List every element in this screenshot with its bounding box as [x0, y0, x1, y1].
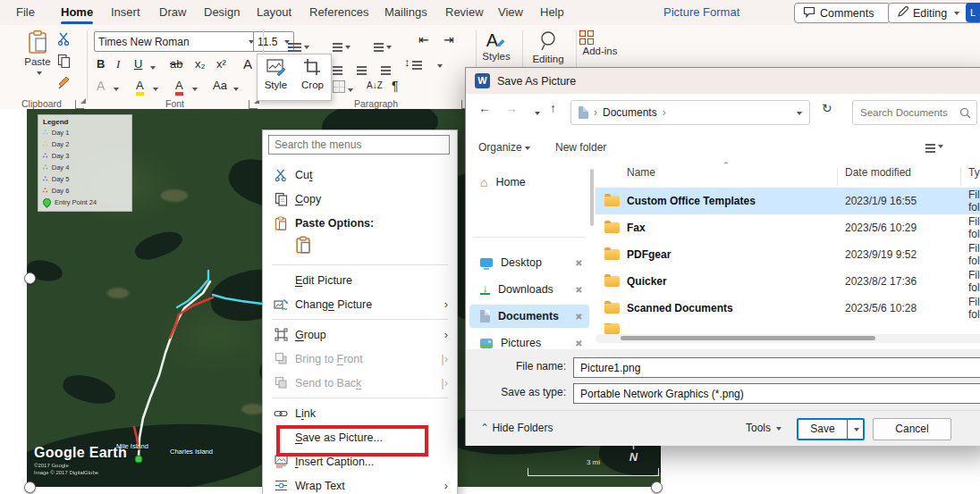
cut-button[interactable] [57, 32, 71, 49]
save-split-dropdown[interactable] [847, 420, 863, 439]
italic-button[interactable]: I [116, 57, 120, 71]
bold-button[interactable]: B [97, 57, 105, 71]
bullets-button[interactable] [291, 38, 309, 54]
view-options-button[interactable] [925, 139, 943, 152]
text-highlight-button[interactable]: A [136, 79, 144, 96]
tab-file[interactable]: File [11, 0, 40, 25]
change-case-button[interactable]: Aa [213, 79, 227, 92]
underline-button[interactable]: U [134, 57, 142, 71]
picture-style-button[interactable]: Style [258, 54, 294, 100]
menu-item-group[interactable]: Group › [263, 322, 457, 347]
menu-item-link[interactable]: Link [263, 401, 457, 425]
column-name[interactable]: Name [627, 166, 655, 179]
horizontal-scrollbar[interactable] [596, 334, 980, 343]
tab-mailings[interactable]: Mailings [379, 0, 433, 25]
underline-chevron-icon[interactable] [150, 66, 156, 72]
multilevel-list-button[interactable] [374, 38, 392, 54]
share-button-partial[interactable]: L [966, 3, 980, 22]
up-icon[interactable]: ↑ [550, 101, 556, 115]
menu-item-wrap-text[interactable]: Wrap Text › [263, 473, 457, 494]
tab-design[interactable]: Design [199, 0, 245, 25]
address-bar[interactable]: › Documents › [570, 100, 810, 125]
file-row[interactable]: Scanned Documents 2023/5/6 10:28 File fo… [596, 295, 980, 322]
tools-button[interactable]: Tools [746, 422, 781, 434]
strikethrough-button[interactable]: ab [170, 57, 182, 71]
column-date-modified[interactable]: Date modified [845, 166, 911, 179]
decrease-indent-button[interactable]: ⇤ [418, 32, 429, 46]
forward-icon[interactable]: → [505, 101, 518, 115]
menu-search-input[interactable] [268, 135, 450, 155]
tab-help[interactable]: Help [535, 0, 570, 25]
cancel-button[interactable]: Cancel [873, 418, 951, 440]
hide-folders-button[interactable]: ⌃ Hide Folders [480, 422, 553, 434]
text-effects-button[interactable]: A [243, 56, 252, 71]
tab-references[interactable]: References [304, 0, 374, 25]
sort-button[interactable]: A↓Z [367, 80, 383, 90]
copy-button[interactable] [57, 54, 71, 71]
clipboard-dialog-launcher-icon[interactable] [75, 100, 84, 109]
history-chevron-icon[interactable] [535, 112, 540, 118]
crop-button[interactable]: Crop [294, 54, 331, 100]
line-spacing-button[interactable]: ↕ [404, 55, 422, 69]
menu-item-change-picture[interactable]: Change Picture › [263, 292, 457, 316]
file-row-partial[interactable] [596, 323, 980, 334]
font-color-button[interactable]: A [175, 79, 183, 96]
file-row[interactable]: PDFgear 2023/9/19 9:52 File folder [596, 241, 980, 268]
file-name-section: File name: Save as type: [466, 349, 980, 410]
new-folder-button[interactable]: New folder [555, 141, 606, 154]
save-as-type-select[interactable] [573, 383, 980, 404]
comments-button[interactable]: Comments [794, 3, 891, 23]
sidebar-item-downloads[interactable]: ↓ Downloads ✚ [469, 278, 589, 301]
back-icon[interactable]: ← [478, 101, 491, 115]
tab-picture-format[interactable]: Picture Format [658, 0, 745, 25]
tab-view[interactable]: View [493, 0, 528, 25]
menu-item-edit-picture[interactable]: Edit Picture [263, 268, 457, 292]
phonetic-guide-button[interactable]: A [97, 79, 105, 93]
menu-item-copy[interactable]: Copy [263, 187, 457, 211]
align-right-button[interactable] [381, 61, 391, 77]
align-left-button[interactable] [333, 61, 342, 77]
file-name-input[interactable] [573, 357, 980, 378]
tab-review[interactable]: Review [440, 0, 489, 25]
dialog-title-bar[interactable]: W Save As Picture [466, 68, 980, 94]
styles-button[interactable]: A Styles [477, 30, 516, 62]
font-dialog-launcher-icon[interactable] [249, 100, 258, 109]
address-dropdown-icon[interactable] [797, 112, 802, 118]
tab-insert[interactable]: Insert [106, 0, 146, 25]
show-formatting-button[interactable]: ¶ [392, 79, 399, 93]
image-resize-handle-left[interactable] [24, 272, 36, 284]
refresh-icon[interactable]: ↻ [822, 101, 832, 115]
tab-layout[interactable]: Layout [251, 0, 297, 25]
search-input[interactable] [852, 100, 977, 125]
borders-button[interactable] [333, 80, 353, 96]
file-row[interactable]: Quicker 2023/8/2 17:36 File folder [596, 268, 980, 295]
sidebar-item-home[interactable]: ⌂ Home [469, 171, 589, 194]
font-name-combo[interactable]: Times New Roman [94, 31, 258, 52]
editing-menu-button[interactable]: Editing [526, 30, 570, 64]
numbering-button[interactable] [333, 38, 351, 54]
clipboard-icon [273, 216, 289, 230]
font-size-combo[interactable]: 11.5 [253, 31, 294, 52]
menu-item-cut[interactable]: Cut [263, 163, 457, 187]
superscript-button[interactable]: x² [216, 57, 226, 71]
increase-indent-button[interactable]: ⇥ [444, 32, 454, 46]
column-type[interactable]: Type [968, 166, 980, 179]
file-row[interactable]: Custom Office Templates 2023/1/9 16:55 F… [596, 188, 980, 214]
file-row[interactable]: Fax 2023/5/6 10:29 File folder [596, 214, 980, 241]
subscript-button[interactable]: x₂ [195, 57, 206, 71]
paste-option-keep-source-button[interactable] [295, 236, 311, 256]
save-button[interactable]: Save [797, 418, 865, 440]
sidebar-scrollbar[interactable] [590, 169, 594, 226]
tab-home[interactable]: Home [55, 0, 98, 25]
tab-draw[interactable]: Draw [154, 0, 191, 25]
sidebar-item-documents[interactable]: Documents ✚ [469, 305, 589, 328]
align-center-button[interactable] [357, 61, 367, 77]
sidebar-item-desktop[interactable]: Desktop ✚ [469, 251, 589, 274]
format-painter-button[interactable] [57, 75, 72, 93]
breadcrumb-location[interactable]: Documents [603, 106, 657, 119]
paste-button[interactable]: Paste [16, 30, 59, 78]
image-resize-handle-bottom-left[interactable] [24, 481, 36, 493]
image-resize-handle-bottom-right[interactable] [651, 481, 663, 493]
organize-button[interactable]: Organize [478, 141, 530, 154]
add-ins-button[interactable]: Add-ins [579, 30, 621, 56]
